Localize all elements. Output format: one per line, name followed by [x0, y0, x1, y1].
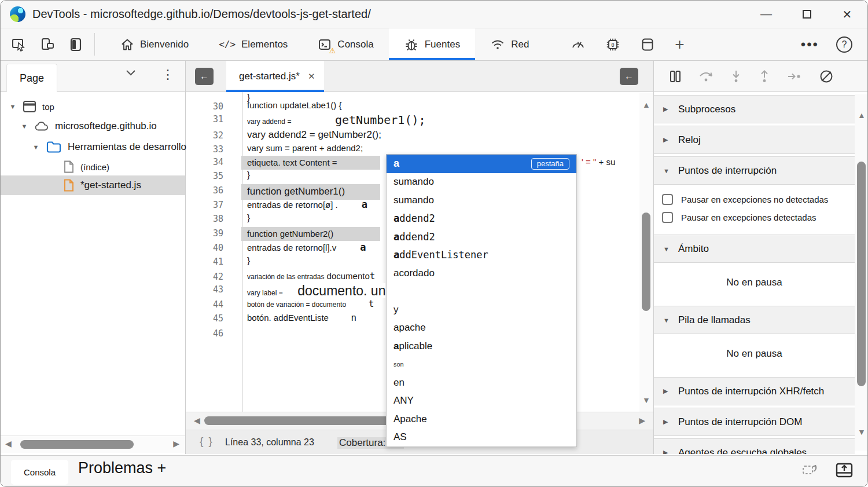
caret-down-icon[interactable]: ▼	[32, 144, 40, 151]
tab-fuentes[interactable]: Fuentes	[389, 28, 475, 60]
scroll-down-icon[interactable]: ▼	[642, 396, 650, 405]
caret-right-icon[interactable]: ▶	[663, 418, 671, 426]
section-header[interactable]: ▼Puntos de interrupción	[654, 156, 855, 185]
autocomplete-item[interactable]: acordado	[387, 264, 576, 283]
checkbox[interactable]	[662, 194, 673, 205]
code-line[interactable]: 31vary addend = getNumber1();	[186, 113, 639, 127]
autocomplete-item[interactable]: ANY	[387, 392, 576, 411]
caret-down-icon[interactable]: ▼	[20, 123, 28, 130]
code-line[interactable]: 33vary sum = parent + addend2;	[186, 143, 639, 155]
section-header[interactable]: ▼Pila de llamadas	[654, 306, 855, 334]
line-number[interactable]: 35	[186, 170, 236, 181]
scroll-up-icon[interactable]: ▲	[642, 100, 650, 109]
tree-item-top[interactable]: ▼ top	[1, 97, 185, 116]
autocomplete-item[interactable]: son	[387, 356, 576, 374]
line-number[interactable]: 43	[186, 283, 236, 295]
kebab-menu-icon[interactable]: ⋮	[161, 67, 174, 82]
scroll-up-icon[interactable]: ▲	[858, 111, 866, 120]
caret-down-icon[interactable]: ▼	[9, 103, 17, 110]
autocomplete-item[interactable]: y	[387, 301, 576, 319]
line-number[interactable]: 41	[186, 255, 236, 267]
tab-page[interactable]: Page	[6, 64, 57, 92]
section-header[interactable]: ▶Puntos de interrupción XHR/fetch	[654, 377, 855, 405]
chevron-down-icon[interactable]	[126, 69, 136, 76]
scroll-right-icon[interactable]: ▶	[173, 439, 179, 448]
application-icon[interactable]	[640, 37, 655, 52]
code-line[interactable]: 30function updateLabe1() {	[186, 100, 639, 112]
section-header[interactable]: ▶Agentes de escucha globales	[654, 438, 855, 454]
code-line[interactable]: 32vary addend2 = getNumber2();	[186, 129, 639, 141]
maximize-button[interactable]	[786, 1, 827, 28]
caret-down-icon[interactable]: ▼	[663, 317, 671, 324]
step-icon[interactable]	[787, 69, 802, 83]
activity-bar-icon[interactable]	[69, 37, 84, 52]
autocomplete-item[interactable]: apache	[387, 319, 576, 338]
close-button[interactable]: ✕	[827, 1, 867, 28]
deactivate-breakpoints-icon[interactable]	[819, 69, 834, 84]
performance-icon[interactable]	[571, 37, 586, 52]
line-number[interactable]: 36	[186, 184, 236, 196]
hide-debugger-icon[interactable]: ←	[620, 68, 638, 85]
help-icon[interactable]: ?	[836, 36, 852, 53]
line-number[interactable]: 40	[186, 241, 236, 253]
line-number[interactable]: 31	[186, 113, 236, 125]
line-number[interactable]: 39	[186, 227, 236, 239]
autocomplete-item[interactable]: addEventListener	[387, 246, 576, 265]
memory-icon[interactable]: 0	[605, 37, 620, 52]
checkbox[interactable]	[662, 212, 673, 223]
section-header[interactable]: ▶Puntos de interrupción DOM	[654, 408, 855, 436]
scrollbar-thumb[interactable]	[642, 213, 650, 311]
caret-down-icon[interactable]: ▼	[663, 167, 671, 174]
navigator-hscrollbar[interactable]: ◀ ▶	[1, 435, 185, 453]
scroll-down-icon[interactable]: ▼	[858, 427, 866, 437]
section-header[interactable]: ▶Reloj	[654, 126, 855, 154]
hide-navigator-icon[interactable]: ←	[195, 68, 214, 85]
line-number[interactable]: 42	[186, 270, 236, 282]
more-tabs-icon[interactable]: +	[675, 35, 684, 54]
line-number[interactable]: 32	[186, 129, 236, 141]
debugger-vscrollbar[interactable]: ▲ ▼	[855, 94, 868, 451]
tab-consola[interactable]: ⚠ Consola	[303, 28, 388, 60]
checkbox-row[interactable]: Pausar en excepciones detectadas	[654, 208, 855, 226]
tree-item-domain[interactable]: ▼ microsoftedge.github.io	[1, 116, 185, 136]
autocomplete-item[interactable]: addend2	[387, 228, 576, 246]
line-number[interactable]: 30	[186, 100, 236, 112]
autocomplete-item[interactable]: sumando	[387, 191, 576, 210]
customize-menu-icon[interactable]: •••	[801, 36, 819, 53]
tree-item-index[interactable]: (índice)	[1, 158, 185, 175]
line-number[interactable]	[186, 92, 236, 93]
scrollbar-thumb[interactable]	[20, 440, 134, 449]
tab-red[interactable]: Red	[475, 28, 544, 60]
autocomplete-item[interactable]: AS	[387, 429, 576, 447]
caret-down-icon[interactable]: ▼	[663, 246, 671, 252]
autocomplete-item[interactable]: en	[387, 374, 576, 392]
refresh-device-icon[interactable]	[801, 462, 819, 478]
line-number[interactable]: 37	[186, 199, 236, 210]
tree-item-get-started[interactable]: *get-started.js	[1, 175, 185, 195]
autocomplete-item[interactable]: Apache	[387, 410, 576, 429]
step-out-icon[interactable]	[759, 69, 770, 83]
autocomplete-item[interactable]	[387, 283, 576, 301]
caret-right-icon[interactable]: ▶	[663, 387, 671, 395]
expand-panel-icon[interactable]	[835, 462, 854, 479]
step-into-icon[interactable]	[730, 69, 742, 83]
scrollbar-thumb[interactable]	[857, 162, 866, 386]
scroll-left-icon[interactable]: ◀	[5, 439, 12, 448]
caret-right-icon[interactable]: ▶	[663, 136, 671, 144]
scroll-left-icon[interactable]: ◀	[194, 416, 200, 425]
scroll-right-icon[interactable]: ▶	[639, 416, 645, 425]
tab-problemas[interactable]: Problemas +	[78, 459, 166, 477]
autocomplete-item[interactable]: apestaña	[387, 155, 576, 173]
line-number[interactable]: 44	[186, 298, 236, 310]
format-icon[interactable]: { }	[200, 435, 214, 448]
editor-vscrollbar[interactable]: ▲ ▼	[639, 93, 653, 412]
caret-right-icon[interactable]: ▶	[663, 105, 671, 113]
line-number[interactable]: 34	[186, 156, 236, 167]
close-tab-icon[interactable]: ✕	[308, 71, 315, 82]
pause-icon[interactable]	[669, 69, 682, 83]
tree-item-folder[interactable]: ▼ Herramientas de desarrollo	[1, 136, 185, 158]
line-number[interactable]: 45	[186, 312, 236, 324]
checkbox-row[interactable]: Pausar en excepciones no detectadas	[654, 191, 855, 208]
inspect-icon[interactable]	[11, 37, 26, 52]
minimize-button[interactable]: —	[746, 1, 786, 28]
